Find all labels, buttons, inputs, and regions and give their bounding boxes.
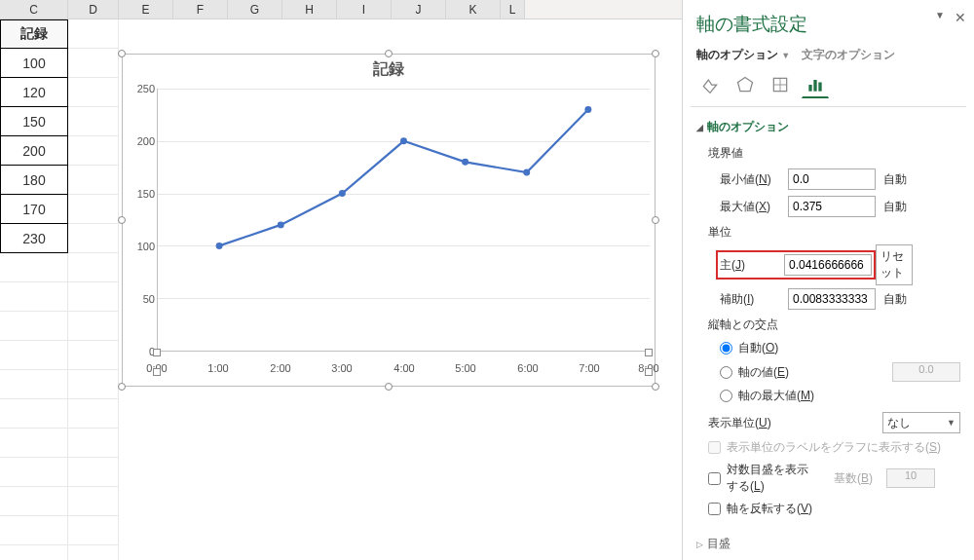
cell-value[interactable]: 150	[0, 107, 68, 136]
tab-text-options[interactable]: 文字のオプション	[802, 47, 895, 63]
section-header-axis-options[interactable]: 軸のオプション	[696, 113, 960, 141]
resize-handle[interactable]	[118, 383, 126, 391]
cell-value[interactable]: 170	[0, 195, 68, 224]
svg-point-4	[462, 159, 468, 166]
y-tick-label: 50	[131, 293, 155, 305]
chart-title[interactable]: 記録	[123, 55, 655, 82]
log-scale-label: 対数目盛を表示する(L)	[727, 462, 808, 495]
chart-object[interactable]: 記録 250 200 150 100 50 0	[122, 54, 656, 387]
resize-handle[interactable]	[385, 50, 393, 57]
col-header-d[interactable]: D	[68, 0, 119, 19]
max-input[interactable]	[788, 196, 876, 217]
max-label: 最大値(X)	[720, 199, 784, 215]
close-icon[interactable]: ✕	[955, 10, 966, 25]
reverse-row[interactable]: 軸を反転する(V)	[696, 498, 960, 520]
x-tick-label: 5:00	[455, 362, 475, 374]
col-header-h[interactable]: H	[282, 0, 337, 19]
cross-max-radio[interactable]	[720, 390, 732, 402]
log-scale-checkbox[interactable]	[708, 472, 721, 485]
x-tick-label: 7:00	[579, 362, 599, 374]
sub-heading-boundary: 境界値	[696, 141, 960, 166]
resize-handle[interactable]	[652, 216, 659, 224]
log-scale-row[interactable]: 対数目盛を表示する(L) 基数(B) 10	[696, 459, 960, 498]
size-properties-icon[interactable]	[767, 71, 794, 98]
reverse-label: 軸を反転する(V)	[727, 501, 812, 517]
section-header-tickmarks[interactable]: 目盛	[696, 530, 960, 558]
axis-sel-handle[interactable]	[645, 368, 653, 376]
radio-cross-max[interactable]: 軸の最大値(M)	[696, 385, 960, 407]
display-unit-select[interactable]: なし▼	[882, 412, 960, 433]
cross-auto-radio[interactable]	[720, 342, 732, 355]
y-tick-label: 150	[131, 188, 155, 200]
col-header-k[interactable]: K	[446, 0, 501, 19]
cell-value[interactable]: 200	[0, 136, 68, 166]
radio-cross-auto[interactable]: 自動(O)	[696, 337, 960, 359]
min-mode[interactable]: 自動	[880, 171, 917, 188]
resize-handle[interactable]	[652, 383, 659, 391]
display-unit-label: 表示単位(U)	[708, 415, 771, 431]
col-header-g[interactable]: G	[228, 0, 282, 19]
plot-area[interactable]	[157, 89, 650, 352]
cell-header[interactable]: 記録	[0, 19, 68, 49]
field-max: 最大値(X) 自動	[696, 193, 960, 220]
axis-sel-handle[interactable]	[153, 349, 161, 356]
cell-value[interactable]: 120	[0, 78, 68, 107]
y-tick-label: 100	[131, 241, 155, 252]
show-display-label-text: 表示単位のラベルをグラフに表示する(S)	[727, 439, 941, 456]
col-header-c[interactable]: C	[0, 0, 68, 19]
cell-value[interactable]: 230	[0, 224, 68, 253]
min-input[interactable]	[788, 168, 876, 190]
major-reset-button[interactable]: リセット	[876, 244, 913, 285]
radio-cross-value[interactable]: 軸の値(E) 0.0	[696, 359, 960, 385]
axis-options-section: 軸のオプション 境界値 最小値(N) 自動 最大値(X) 自動 単位 主(J) …	[691, 107, 966, 558]
effects-icon[interactable]	[731, 71, 759, 98]
y-tick-label: 0	[131, 346, 155, 357]
y-tick-label: 200	[131, 135, 155, 147]
col-header-e[interactable]: E	[119, 0, 173, 19]
resize-handle[interactable]	[118, 50, 126, 57]
col-header-f[interactable]: F	[173, 0, 228, 19]
svg-rect-12	[813, 80, 816, 92]
reverse-checkbox[interactable]	[708, 503, 721, 515]
format-axis-panel: ▼ ✕ 軸の書式設定 軸のオプション ▼ 文字のオプション 軸のオプション 境界…	[682, 0, 974, 560]
panel-title: 軸の書式設定	[691, 8, 966, 47]
axis-options-icon[interactable]	[802, 71, 829, 98]
axis-sel-handle[interactable]	[153, 368, 161, 376]
svg-point-1	[278, 221, 284, 228]
cross-max-label: 軸の最大値(M)	[738, 388, 814, 404]
col-header-i[interactable]: I	[337, 0, 392, 19]
x-tick-label: 4:00	[393, 362, 414, 374]
svg-point-0	[216, 243, 223, 249]
minor-input[interactable]	[788, 288, 876, 310]
major-unit-highlight: 主(J)	[716, 250, 876, 280]
major-input[interactable]	[784, 254, 872, 276]
cell-value[interactable]: 180	[0, 166, 68, 195]
show-display-label-row: 表示単位のラベルをグラフに表示する(S)	[696, 436, 960, 459]
x-tick-label: 2:00	[270, 362, 290, 374]
show-display-label-checkbox	[708, 441, 721, 454]
resize-handle[interactable]	[118, 216, 126, 224]
axis-sel-handle[interactable]	[645, 349, 653, 356]
svg-point-2	[339, 190, 346, 197]
max-mode[interactable]: 自動	[880, 199, 917, 215]
cross-value-radio[interactable]	[720, 366, 732, 379]
empty-grid-d	[68, 19, 119, 560]
minor-mode[interactable]: 自動	[880, 291, 917, 308]
panel-dropdown-icon[interactable]: ▼	[935, 10, 945, 20]
resize-handle[interactable]	[652, 50, 659, 57]
x-tick-label: 1:00	[207, 362, 228, 374]
cell-value[interactable]: 100	[0, 49, 68, 78]
major-label: 主(J)	[720, 257, 780, 274]
field-minor: 補助(I) 自動	[696, 285, 960, 313]
col-header-l[interactable]: L	[501, 0, 525, 19]
tab-axis-options[interactable]: 軸のオプション ▼	[696, 47, 790, 63]
spreadsheet-area: C D E F G H I J K L 記録 100 120 150 200 1…	[0, 0, 682, 560]
col-header-j[interactable]: J	[392, 0, 446, 19]
log-base-input: 10	[886, 468, 935, 488]
svg-point-3	[400, 137, 407, 144]
resize-handle[interactable]	[385, 383, 393, 391]
line-series[interactable]	[158, 89, 650, 351]
fill-line-icon[interactable]	[696, 71, 724, 98]
svg-marker-7	[738, 78, 753, 92]
column-headers: C D E F G H I J K L	[0, 0, 682, 19]
